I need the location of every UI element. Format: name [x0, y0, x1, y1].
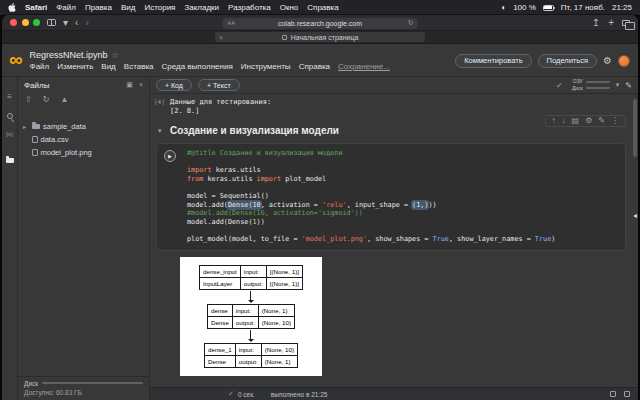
file-item[interactable]: model_plot.png [18, 146, 149, 159]
menu-item[interactable]: Инструменты [241, 62, 291, 71]
menubar-item[interactable]: Справка [307, 3, 338, 12]
menu-item[interactable]: Файл [30, 62, 50, 71]
address-bar[interactable]: АА colab.research.google.com ↻ [223, 18, 418, 29]
new-tab-icon[interactable]: + [608, 18, 614, 28]
menubar-time[interactable]: 21:25 [612, 3, 632, 12]
scrollbar-thumb[interactable] [633, 99, 637, 157]
apple-logo-icon[interactable] [8, 3, 16, 12]
tab-overview-icon[interactable] [622, 20, 630, 26]
file-tree: ▸sample_datadata.csvmodel_plot.png [18, 120, 149, 376]
colab-menus: ФайлИзменитьВидВставкаСреда выполненияИн… [30, 62, 330, 71]
diagram-node: dense_1input:(None, 10)Denseoutput:(None… [204, 343, 298, 368]
safari-right-actions: ↥ + [592, 18, 630, 28]
menubar-item[interactable]: Safari [25, 3, 47, 12]
colab-header: ∞ RegressNNet.ipynb ☆ ФайлИзменитьВидВст… [2, 45, 638, 77]
move-cell-up-icon[interactable]: ↑ [552, 117, 556, 125]
move-cell-down-icon[interactable]: ↓ [562, 117, 566, 125]
menu-item[interactable]: Вид [101, 62, 115, 71]
files-rail-icon[interactable] [6, 149, 14, 167]
display-status-icon[interactable]: ◐ [501, 3, 506, 12]
file-item[interactable]: data.csv [18, 133, 149, 146]
tab-group-chevron-icon[interactable]: ▾ [63, 18, 68, 28]
close-panel-icon[interactable]: × [139, 81, 143, 89]
collapse-panel-icon[interactable]: ▣ [126, 81, 133, 89]
star-icon[interactable]: ☆ [112, 51, 119, 60]
cell-toolbar: ↑↓▤⚙✎⋮ [545, 115, 626, 127]
run-cell-button[interactable]: ▶ [164, 150, 176, 162]
menu-item[interactable]: Изменить [57, 62, 93, 71]
file-name: model_plot.png [41, 148, 92, 157]
window-controls [10, 19, 40, 26]
safari-window: ▾ ‹ › АА colab.research.google.com ↻ ↥ +… [2, 15, 638, 400]
menu-item[interactable]: Среда выполнения [162, 62, 233, 71]
title-menus: RegressNNet.ipynb ☆ ФайлИзменитьВидВстав… [30, 50, 390, 71]
settings-gear-icon[interactable]: ⚙ [603, 55, 612, 66]
add-code-button[interactable]: + Код [156, 79, 192, 91]
right-panel-toggle-icon[interactable]: ◂ [633, 212, 637, 220]
cell-settings-icon[interactable]: ⚙ [585, 117, 592, 125]
menubar-menus: SafariФайлПравкаВидИсторияЗакладкиРазраб… [25, 3, 339, 12]
reader-mode-icon[interactable]: АА [228, 20, 235, 26]
safari-toolbar: ▾ ‹ › АА colab.research.google.com ↻ ↥ + [2, 15, 638, 31]
edit-mode-icon[interactable]: ✎ [625, 81, 632, 90]
tab-favicon [282, 35, 287, 40]
minimize-window-button[interactable] [22, 19, 29, 26]
model-plot-output: dense_inputinput:[(None, 1)]InputLayerou… [180, 257, 322, 376]
arrow-down [250, 291, 251, 300]
edit-cell-icon[interactable]: ✎ [598, 117, 605, 125]
close-tab-icon[interactable]: × [219, 34, 223, 41]
menubar-item[interactable]: Разработка [228, 3, 271, 12]
menubar-item[interactable]: Окно [280, 3, 299, 12]
menubar-item[interactable]: История [144, 3, 175, 12]
status-check-icon: ✓ [228, 390, 234, 398]
code-cell[interactable]: ▶ #@title Создание и визуализация модели… [156, 143, 626, 251]
refresh-files-icon[interactable]: ↻ [43, 95, 50, 104]
file-item[interactable]: ▸sample_data [18, 120, 149, 133]
code-line: model = Sequential() [187, 192, 619, 201]
more-actions-icon[interactable]: ⋮ [611, 117, 619, 125]
zoom-window-button[interactable] [33, 19, 40, 26]
menubar-item[interactable]: Закладки [184, 3, 219, 12]
menu-item[interactable]: Справка [299, 62, 330, 71]
code-line: #@title Создание и визуализация модели [187, 149, 619, 158]
mount-drive-icon[interactable]: ▲ [60, 95, 68, 104]
arrow-down [250, 330, 251, 339]
back-button[interactable]: ‹ [75, 18, 78, 28]
close-window-button[interactable] [10, 19, 17, 26]
browser-tab[interactable]: × Начальная страница [215, 32, 425, 42]
comment-button[interactable]: Комментировать [455, 54, 531, 68]
menubar-item[interactable]: Правка [85, 3, 112, 12]
upload-file-icon[interactable]: ⇧ [25, 95, 32, 104]
menubar-item[interactable]: Файл [56, 3, 76, 12]
tab-bar: × Начальная страница [2, 31, 638, 44]
layout-icon[interactable] [624, 391, 630, 397]
menubar-date[interactable]: Пт, 17 нояб. [561, 3, 605, 12]
add-text-button[interactable]: + Текст [198, 79, 240, 91]
resources-meter[interactable]: ОЗУ Диск [569, 79, 610, 91]
header-actions: Комментировать Поделиться ⚙ [455, 54, 630, 68]
menubar-status: ◐ 100 % Пт, 17 нояб. 21:25 [501, 3, 632, 12]
collapse-section-icon[interactable]: ▾ [158, 127, 170, 135]
share-icon[interactable]: ↥ [592, 18, 600, 28]
copy-cell-icon[interactable]: ▤ [572, 117, 580, 125]
menubar-item[interactable]: Вид [121, 3, 135, 12]
forward-button[interactable]: › [85, 18, 88, 28]
code-editor[interactable]: #@title Создание и визуализация модели i… [187, 149, 619, 244]
colab-logo-icon[interactable]: ∞ [9, 50, 23, 69]
table-of-contents-icon[interactable]: ≡ [7, 93, 12, 101]
resources-chevron-icon[interactable]: ▾ [616, 81, 620, 89]
menu-item[interactable]: Вставка [124, 62, 154, 71]
connected-check-icon[interactable]: ✓ [556, 81, 563, 90]
share-button[interactable]: Поделиться [538, 54, 597, 68]
section-header-cell[interactable]: ▾ Создание и визуализация модели ↑↓▤⚙✎⋮ [154, 125, 628, 136]
reload-icon[interactable]: ↻ [408, 19, 414, 27]
notebook-title[interactable]: RegressNNet.ipynb [30, 50, 108, 60]
search-icon[interactable] [7, 113, 13, 119]
previous-cell-output: [4] Данные для тестирования:[2. 8.] [154, 98, 628, 116]
sidebar-toggle-icon[interactable] [47, 19, 56, 26]
variables-icon[interactable]: {x} [6, 131, 13, 137]
output-line: Данные для тестирования: [170, 98, 271, 107]
left-rail: ≡ {x} [2, 77, 18, 400]
terminal-icon[interactable] [610, 391, 616, 397]
user-avatar[interactable] [618, 55, 630, 67]
